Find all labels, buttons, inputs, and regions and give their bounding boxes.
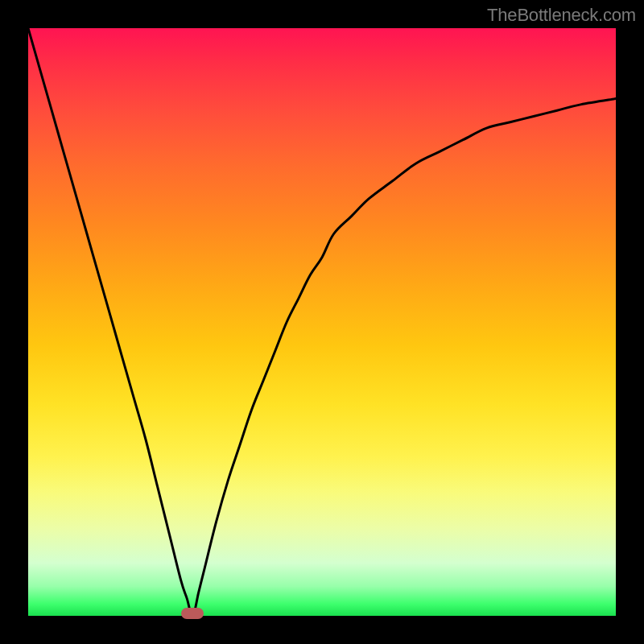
minimum-marker: [181, 608, 204, 619]
chart-frame: TheBottleneck.com: [0, 0, 644, 644]
bottleneck-curve: [28, 28, 616, 616]
curve-svg: [28, 28, 616, 616]
plot-area: [28, 28, 616, 616]
watermark-text: TheBottleneck.com: [487, 5, 636, 26]
